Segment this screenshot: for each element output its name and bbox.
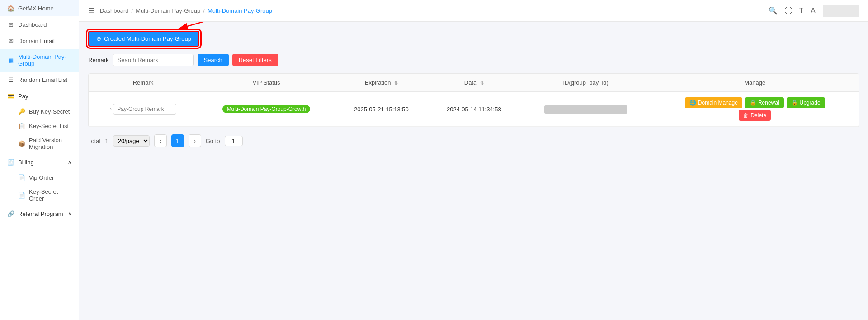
col-id: ID(group_pay_id): [520, 74, 651, 92]
domain-icon: 🌐: [689, 100, 696, 106]
chevron-down-icon-2: ∧: [68, 211, 71, 217]
sidebar-item-vip-order[interactable]: 📄 Vip Order: [11, 170, 79, 185]
sidebar-item-dashboard[interactable]: ⊞ Dashboard: [0, 16, 79, 33]
action-row2: 🗑 Delete: [659, 110, 852, 121]
cell-manage: 🌐 Domain Manage 🔒 Renewal 🔒 Upgrade: [651, 92, 859, 127]
key-icon: 🔑: [18, 108, 25, 115]
renewal-button[interactable]: 🔒 Renewal: [745, 97, 784, 108]
cell-data: 2024-05-14 11:34:58: [428, 92, 520, 127]
table-row: › Multi-Domain Pay-Group-Growth 2025-05-…: [89, 92, 859, 127]
home-icon: 🏠: [7, 5, 14, 12]
delete-icon: 🗑: [743, 112, 749, 119]
remark-label: Remark: [88, 57, 109, 63]
plus-circle-icon: ⊕: [96, 35, 101, 42]
breadcrumb-sep-2: /: [203, 7, 205, 14]
sort-icon-expiration[interactable]: ⇅: [394, 81, 398, 86]
chevron-down-icon: ∧: [68, 159, 71, 165]
remark-search-input[interactable]: [113, 54, 194, 66]
sidebar-item-domain-email[interactable]: ✉ Domain Email: [0, 33, 79, 49]
data-table: Remark VIP Status Expiration ⇅ Data ⇅ ID…: [88, 73, 859, 127]
total-count: 1: [105, 138, 108, 144]
pay-icon: 💳: [7, 92, 14, 100]
total-label: Total: [88, 138, 100, 144]
header-left: ☰ Dashboard / Multi-Domain Pay-Group / M…: [88, 6, 272, 15]
sidebar-item-pay[interactable]: 💳 Pay: [0, 88, 79, 104]
vip-status-badge: Multi-Domain Pay-Group-Growth: [222, 105, 311, 113]
cell-id: ████████████████: [520, 92, 651, 127]
font-icon[interactable]: A: [811, 7, 816, 15]
filter-row: Remark Search Reset Filters: [88, 54, 859, 66]
breadcrumb-current: Multi-Domain Pay-Group: [208, 7, 272, 14]
sidebar-item-paid-version-migration[interactable]: 📦 Paid Version Migration: [11, 133, 79, 154]
text-size-icon[interactable]: T: [799, 7, 804, 15]
remark-input[interactable]: [113, 104, 176, 115]
breadcrumb-sep-1: /: [132, 7, 133, 14]
delete-button[interactable]: 🗑 Delete: [739, 110, 771, 121]
domain-manage-button[interactable]: 🌐 Domain Manage: [685, 97, 742, 108]
list-icon: ☰: [7, 76, 14, 83]
goto-label: Go to: [206, 138, 220, 144]
user-avatar[interactable]: [823, 5, 859, 17]
sidebar-item-buy-key-secret[interactable]: 🔑 Buy Key-Secret: [11, 104, 79, 119]
col-vip-status: VIP Status: [198, 74, 335, 92]
content-area: ⊕ Created Multi-Domain Pay-Group Remark …: [79, 22, 868, 320]
main-area: ☰ Dashboard / Multi-Domain Pay-Group / M…: [79, 0, 868, 320]
pagination-row: Total 1 10/page 20/page 50/page ‹ 1 › Go…: [88, 134, 859, 147]
renewal-icon: 🔒: [750, 100, 756, 106]
grid-icon: ▦: [7, 57, 14, 64]
sidebar-item-random-email-list[interactable]: ☰ Random Email List: [0, 72, 79, 88]
breadcrumb-dashboard[interactable]: Dashboard: [100, 7, 129, 14]
sidebar: 🏠 GetMX Home ⊞ Dashboard ✉ Domain Email …: [0, 0, 79, 320]
header: ☰ Dashboard / Multi-Domain Pay-Group / M…: [79, 0, 868, 22]
page-1-button[interactable]: 1: [171, 134, 184, 147]
sidebar-item-getmx-home[interactable]: 🏠 GetMX Home: [0, 0, 79, 16]
sidebar-item-billing[interactable]: 🧾 Billing ∧: [0, 154, 79, 170]
cell-remark: ›: [89, 92, 198, 127]
table-header-row: Remark VIP Status Expiration ⇅ Data ⇅ ID…: [89, 74, 859, 92]
sidebar-item-key-secret-list[interactable]: 📋 Key-Secret List: [11, 119, 79, 133]
prev-page-button[interactable]: ‹: [154, 134, 167, 147]
expand-icon[interactable]: ⛶: [785, 7, 792, 15]
sort-icon-data[interactable]: ⇅: [480, 81, 484, 86]
next-page-button[interactable]: ›: [189, 134, 201, 147]
search-icon[interactable]: 🔍: [769, 6, 778, 15]
reset-filters-button[interactable]: Reset Filters: [232, 54, 278, 66]
order2-icon: 📄: [18, 191, 25, 199]
col-data: Data ⇅: [428, 74, 520, 92]
cell-vip-status: Multi-Domain Pay-Group-Growth: [198, 92, 335, 127]
dashboard-icon: ⊞: [7, 21, 14, 28]
upgrade-button[interactable]: 🔒 Upgrade: [787, 97, 825, 108]
goto-page-input[interactable]: [225, 136, 243, 146]
col-expiration: Expiration ⇅: [335, 74, 428, 92]
action-buttons: 🌐 Domain Manage 🔒 Renewal 🔒 Upgrade: [659, 97, 852, 108]
referral-icon: 🔗: [7, 210, 14, 217]
breadcrumb-multi-domain[interactable]: Multi-Domain Pay-Group: [136, 7, 200, 14]
create-multi-domain-button[interactable]: ⊕ Created Multi-Domain Pay-Group: [88, 31, 199, 47]
group-pay-id: ████████████████: [544, 105, 627, 114]
cell-expiration: 2025-05-21 15:13:50: [335, 92, 428, 127]
list2-icon: 📋: [18, 122, 25, 129]
create-btn-area: ⊕ Created Multi-Domain Pay-Group: [88, 31, 199, 47]
search-button[interactable]: Search: [198, 54, 229, 66]
billing-icon: 🧾: [7, 158, 14, 166]
col-remark: Remark: [89, 74, 198, 92]
expand-row-button[interactable]: ›: [110, 106, 112, 112]
menu-icon[interactable]: ☰: [88, 6, 94, 15]
upgrade-icon: 🔒: [791, 100, 798, 106]
sidebar-item-key-secret-order[interactable]: 📄 Key-Secret Order: [11, 185, 79, 205]
header-right: 🔍 ⛶ T A: [769, 5, 859, 17]
sidebar-item-referral-program[interactable]: 🔗 Referral Program ∧: [0, 205, 79, 222]
breadcrumb: Dashboard / Multi-Domain Pay-Group / Mul…: [100, 7, 272, 14]
page-size-select[interactable]: 10/page 20/page 50/page: [113, 135, 150, 147]
migration-icon: 📦: [18, 140, 25, 147]
order-icon: 📄: [18, 174, 25, 181]
email-icon: ✉: [7, 37, 14, 44]
sidebar-item-multi-domain-pay-group[interactable]: ▦ Multi-Domain Pay-Group: [0, 49, 79, 72]
col-manage: Manage: [651, 74, 859, 92]
